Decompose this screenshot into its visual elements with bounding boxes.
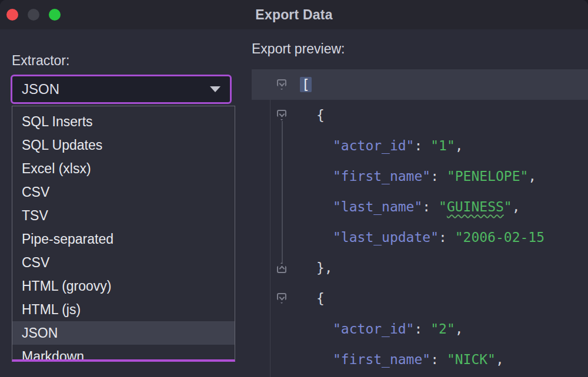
code-text: { [294,291,325,306]
dropdown-option[interactable]: Excel (xlsx) [12,157,235,180]
code-line[interactable]: { [252,283,588,314]
extractor-selected-value: JSON [22,81,59,97]
code-text: }, [294,260,333,275]
code-text: "last_update": "2006-02-15 [294,230,544,245]
dropdown-option[interactable]: Markdown [12,345,235,362]
code-line[interactable]: "last_update": "2006-02-15 [252,222,588,253]
titlebar: Export Data [0,0,588,29]
code-line[interactable]: "first_name": "NICK", [252,344,588,375]
dropdown-option[interactable]: CSV [12,251,235,274]
dropdown-option[interactable]: Pipe-separated [12,227,235,251]
zoom-button[interactable] [49,9,61,21]
fold-expanded-icon[interactable] [277,110,286,120]
window-title: Export Data [0,7,588,23]
code-line[interactable]: { [252,100,588,130]
gutter-cell [252,79,294,90]
code-line[interactable]: }, [252,253,588,283]
dropdown-option[interactable]: SQL Updates [12,133,235,157]
extractor-dropdown: SQL InsertsSQL UpdatesExcel (xlsx)CSVTSV… [12,106,235,362]
dropdown-option[interactable]: CSV [12,180,235,204]
code-line[interactable]: "first_name": "PENELOPE", [252,161,588,191]
code-text: "first_name": "PENELOPE", [294,169,536,184]
extractor-combobox[interactable]: JSON [11,75,232,104]
code-line[interactable]: [ [252,69,588,100]
fold-expanded-icon[interactable] [277,79,286,90]
gutter-cell [252,293,294,304]
gutter-cell [252,262,294,273]
editor-lines: [{"actor_id": "1","first_name": "PENELOP… [252,69,588,375]
traffic-lights [0,9,61,21]
code-text: { [294,107,325,123]
extractor-label: Extractor: [12,53,69,69]
chevron-down-icon [210,86,220,92]
dropdown-option[interactable]: SQL Inserts [12,110,235,133]
minimize-button[interactable] [28,9,39,21]
code-line[interactable]: "actor_id": "1", [252,130,588,161]
export-preview-label: Export preview: [252,41,345,57]
code-text: "actor_id": "1", [294,138,463,153]
close-button[interactable] [6,9,18,21]
fold-end-icon[interactable] [277,262,286,273]
code-text: [ [294,77,312,92]
code-text: "first_name": "NICK", [294,352,504,367]
code-text: "actor_id": "2", [294,321,463,336]
code-line[interactable]: "last_name": "GUINESS", [252,191,588,222]
gutter-cell [252,110,294,120]
dropdown-option[interactable]: TSV [12,204,235,227]
fold-expanded-icon[interactable] [277,293,286,304]
code-line[interactable]: "actor_id": "2", [252,314,588,344]
dropdown-option[interactable]: HTML (js) [12,298,235,321]
code-text: "last_name": "GUINESS", [294,199,520,214]
export-preview-editor[interactable]: [{"actor_id": "1","first_name": "PENELOP… [252,69,588,377]
dropdown-option[interactable]: JSON [12,321,235,345]
dropdown-option[interactable]: HTML (groovy) [12,274,235,298]
export-data-dialog: Export Data Extractor: JSON Export previ… [0,0,588,377]
